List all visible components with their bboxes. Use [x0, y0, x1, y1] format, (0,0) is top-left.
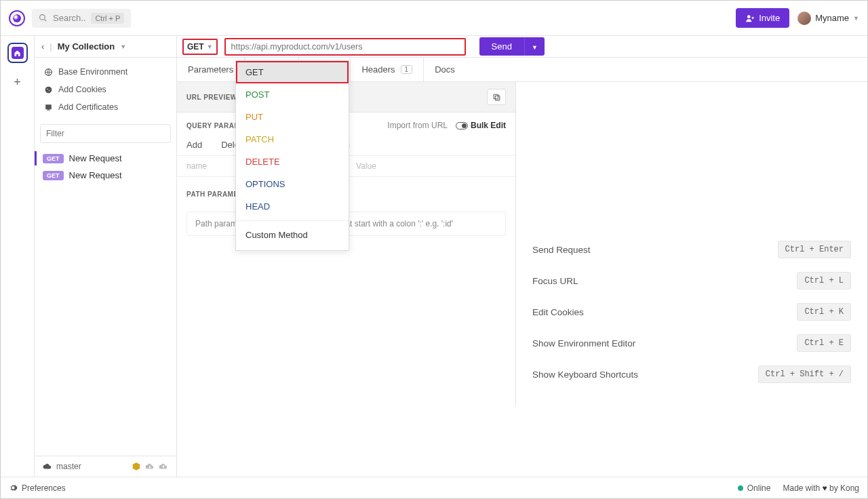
shortcut-row: Show Keyboard Shortcuts Ctrl + Shift + / — [532, 359, 851, 390]
cloud-up-icon[interactable] — [159, 462, 168, 471]
tab-label: Docs — [435, 64, 455, 75]
shortcut-key: Ctrl + K — [797, 303, 851, 321]
cookie-icon — [44, 85, 53, 94]
shortcut-row: Edit Cookies Ctrl + K — [532, 296, 851, 327]
topbar: Search.. Ctrl + P Invite Myname ▼ — [1, 1, 867, 36]
globe-icon — [44, 68, 53, 77]
svg-point-2 — [747, 15, 751, 18]
request-name: New Request — [69, 170, 122, 180]
method-option-head[interactable]: HEAD — [236, 195, 349, 218]
shortcut-label: Send Request — [532, 245, 591, 255]
import-from-url[interactable]: Import from URL — [387, 121, 448, 130]
svg-rect-8 — [495, 96, 500, 100]
cloud-icon — [43, 462, 52, 471]
filter-input[interactable] — [40, 124, 171, 143]
toggle-icon — [456, 122, 468, 129]
certificate-icon — [44, 103, 53, 112]
box-icon[interactable] — [132, 462, 141, 471]
left-rail: + — [1, 36, 35, 477]
url-preview-label: URL PREVIEW — [186, 94, 237, 101]
branch-name[interactable]: master — [56, 462, 81, 471]
svg-point-5 — [47, 88, 47, 89]
copy-url-button[interactable] — [487, 89, 506, 105]
bulk-edit-toggle[interactable]: Bulk Edit — [456, 121, 506, 130]
app-logo[interactable] — [9, 10, 25, 26]
shortcut-row: Show Environment Editor Ctrl + E — [532, 327, 851, 359]
chevron-down-icon: ▼ — [532, 44, 538, 51]
bulk-edit-label: Bulk Edit — [471, 121, 506, 130]
tab-docs[interactable]: Docs — [424, 58, 466, 81]
svg-point-6 — [49, 89, 50, 90]
back-button[interactable]: ‹ — [41, 41, 44, 52]
global-search[interactable]: Search.. Ctrl + P — [32, 9, 131, 28]
svg-rect-7 — [45, 104, 52, 109]
method-dropdown: GET POST PUT PATCH DELETE OPTIONS HEAD C… — [235, 60, 349, 251]
shortcut-row: Send Request Ctrl + Enter — [532, 234, 851, 265]
add-workspace-button[interactable]: + — [14, 75, 21, 89]
response-pane: Send Request Ctrl + Enter Focus URL Ctrl… — [516, 82, 867, 406]
app-window: Search.. Ctrl + P Invite Myname ▼ + — [0, 0, 868, 499]
link-label: Add Certificates — [58, 102, 118, 112]
method-option-options[interactable]: OPTIONS — [236, 173, 349, 195]
content: GET ▼ Send ▼ Parameters Body▼ Auth▼ Head… — [177, 36, 867, 477]
gear-icon[interactable] — [9, 483, 18, 492]
invite-button[interactable]: Invite — [736, 8, 789, 28]
svg-point-0 — [40, 15, 45, 20]
header-count-badge: 1 — [401, 65, 413, 74]
chevron-down-icon: ▼ — [853, 15, 859, 22]
sidebar: ‹ | My Collection ▼ Base Environment Add… — [35, 36, 177, 477]
add-certificates-link[interactable]: Add Certificates — [35, 98, 176, 116]
sidebar-header: ‹ | My Collection ▼ — [35, 36, 176, 58]
svg-point-4 — [45, 86, 52, 93]
shortcut-key: Ctrl + Shift + / — [758, 365, 851, 383]
sidebar-links: Base Environment Add Cookies Add Certifi… — [35, 58, 176, 121]
shortcut-row: Focus URL Ctrl + L — [532, 265, 851, 296]
request-name: New Request — [69, 153, 122, 163]
method-option-put[interactable]: PUT — [236, 106, 349, 128]
url-input[interactable] — [224, 38, 466, 56]
method-selector[interactable]: GET ▼ — [182, 39, 218, 55]
method-tag: GET — [43, 154, 64, 163]
send-options-button[interactable]: ▼ — [524, 37, 545, 56]
svg-rect-9 — [494, 94, 498, 99]
chevron-down-icon[interactable]: ▼ — [120, 43, 126, 50]
link-label: Base Environment — [58, 67, 127, 77]
main-area: + ‹ | My Collection ▼ Base Environment A… — [1, 36, 867, 477]
method-option-delete[interactable]: DELETE — [236, 151, 349, 173]
method-option-patch[interactable]: PATCH — [236, 128, 349, 151]
request-item[interactable]: GET New Request — [35, 167, 176, 184]
add-param-button[interactable]: Add — [186, 140, 202, 150]
request-item[interactable]: GET New Request — [35, 150, 176, 167]
search-shortcut: Ctrl + P — [91, 13, 124, 24]
method-option-custom[interactable]: Custom Method — [236, 224, 349, 246]
base-environment-link[interactable]: Base Environment — [35, 63, 176, 81]
divider: | — [50, 41, 52, 52]
invite-icon — [745, 14, 755, 23]
cloud-down-icon[interactable] — [145, 462, 155, 471]
method-option-get[interactable]: GET — [236, 61, 349, 83]
shortcut-label: Show Keyboard Shortcuts — [532, 370, 638, 380]
request-list: GET New Request GET New Request — [35, 146, 176, 184]
tab-headers[interactable]: Headers1 — [351, 58, 424, 81]
method-tag: GET — [43, 171, 64, 180]
shortcuts-list: Send Request Ctrl + Enter Focus URL Ctrl… — [532, 234, 851, 390]
link-label: Add Cookies — [58, 85, 106, 94]
request-bar: GET ▼ Send ▼ — [177, 36, 867, 58]
param-value-input[interactable]: Value — [346, 156, 515, 176]
preferences-link[interactable]: Preferences — [22, 483, 66, 493]
send-button[interactable]: Send — [479, 37, 524, 56]
username: Myname — [815, 13, 849, 23]
heart-icon: ♥ — [823, 483, 827, 493]
shortcut-key: Ctrl + Enter — [778, 241, 851, 258]
method-option-post[interactable]: POST — [236, 83, 349, 106]
user-menu[interactable]: Myname ▼ — [797, 12, 859, 25]
shortcut-label: Focus URL — [532, 276, 578, 286]
sidebar-footer: master — [35, 456, 176, 477]
online-status: Online — [738, 483, 771, 493]
made-by: Made with ♥ by Kong — [783, 483, 859, 493]
tab-label: Parameters — [188, 64, 233, 75]
avatar — [797, 12, 811, 25]
add-cookies-link[interactable]: Add Cookies — [35, 81, 176, 98]
collection-title[interactable]: My Collection — [58, 41, 115, 52]
home-button[interactable] — [7, 43, 28, 63]
